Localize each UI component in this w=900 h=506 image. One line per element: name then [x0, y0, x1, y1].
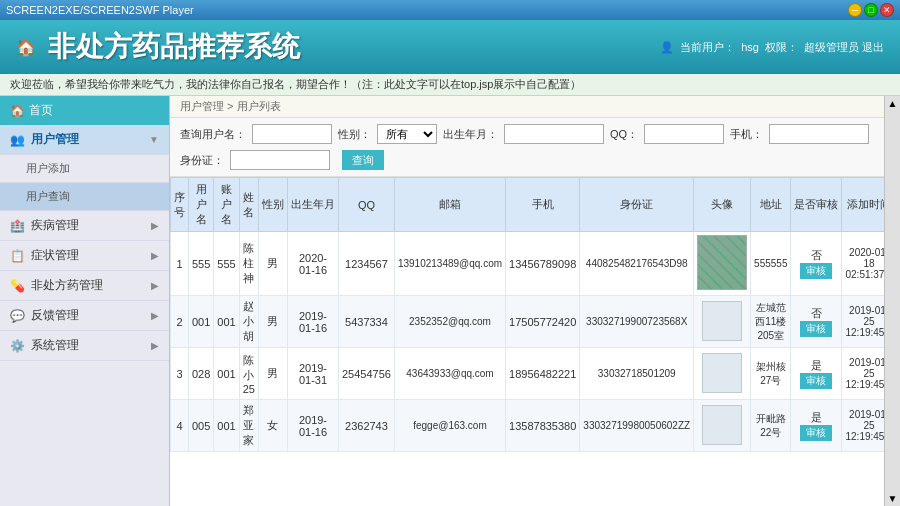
sidebar-item-symptom-mgmt[interactable]: 📋 症状管理 ▶: [0, 241, 169, 271]
header-role-value: 超级管理员 退出: [804, 40, 884, 55]
cell-birth: 2019-01-16: [287, 400, 338, 452]
table-row: 1 555 555 陈柱神 男 2020-01-16 1234567 13910…: [171, 232, 885, 296]
cell-idcard: 33032719980050602ZZ: [580, 400, 694, 452]
window-title: SCREEN2EXE/SCREEN2SWF Player: [6, 4, 194, 16]
cell-email: 13910213489@qq.com: [394, 232, 505, 296]
cell-birth: 2019-01-31: [287, 348, 338, 400]
window-controls: ─ □ ✕: [848, 3, 894, 17]
cell-address: 左城范西11楼205室: [751, 296, 791, 348]
scroll-up-icon[interactable]: ▲: [888, 98, 898, 109]
main-content: 用户管理 > 用户列表 查询用户名： 性别： 所有 男 女 出生年月： QQ： …: [170, 96, 884, 506]
window-titlebar: SCREEN2EXE/SCREEN2SWF Player ─ □ ✕: [0, 0, 900, 20]
verify-button[interactable]: 审核: [800, 263, 832, 279]
search-phone-input[interactable]: [769, 124, 869, 144]
chevron-right-icon-2: ▶: [151, 250, 159, 261]
search-id-input[interactable]: [230, 150, 330, 170]
cell-photo: [694, 400, 751, 452]
cell-verified: 否 审核: [791, 232, 842, 296]
cell-account: 555: [214, 232, 239, 296]
user-mgmt-icon: 👥: [10, 133, 25, 147]
sidebar-user-mgmt-label: 用户管理: [31, 131, 79, 148]
header-role-label: 权限：: [765, 40, 798, 55]
cell-username: 028: [189, 348, 214, 400]
cell-addtime: 2020-01-18 02:51:37.0: [842, 232, 884, 296]
header-right: 👤 当前用户： hsg 权限： 超级管理员 退出: [660, 40, 884, 55]
disease-mgmt-icon: 🏥: [10, 219, 25, 233]
header-user-label: 当前用户：: [680, 40, 735, 55]
cell-sex: 男: [258, 232, 287, 296]
cell-email: fegge@163.com: [394, 400, 505, 452]
cell-qq: 2362743: [338, 400, 394, 452]
sidebar-item-disease-mgmt[interactable]: 🏥 疾病管理 ▶: [0, 211, 169, 241]
search-username-input[interactable]: [252, 124, 332, 144]
verify-button[interactable]: 审核: [800, 425, 832, 441]
col-username: 用户名: [189, 178, 214, 232]
search-birth-input[interactable]: [504, 124, 604, 144]
minimize-button[interactable]: ─: [848, 3, 862, 17]
verify-button[interactable]: 审核: [800, 373, 832, 389]
sidebar-home-label: 首页: [29, 102, 53, 119]
cell-phone: 18956482221: [506, 348, 580, 400]
table-row: 4 005 001 郑亚家 女 2019-01-16 2362743 fegge…: [171, 400, 885, 452]
cell-name: 赵小胡: [239, 296, 258, 348]
cell-idcard: 440825482176543D98: [580, 232, 694, 296]
sidebar-user-list-label: 用户查询: [26, 189, 70, 204]
verify-button[interactable]: 审核: [800, 321, 832, 337]
cell-email: 2352352@qq.com: [394, 296, 505, 348]
sidebar-item-feedback-mgmt[interactable]: 💬 反馈管理 ▶: [0, 301, 169, 331]
sidebar: 🏠 首页 👥 用户管理 ▼ 用户添加 用户查询 🏥 疾病管理 ▶ 📋 症状管: [0, 96, 170, 506]
sidebar-system-mgmt-label: 系统管理: [31, 337, 79, 354]
cell-verified: 是 审核: [791, 400, 842, 452]
cell-address: 开毗路22号: [751, 400, 791, 452]
col-email: 邮箱: [394, 178, 505, 232]
breadcrumb-text: 用户管理 > 用户列表: [180, 100, 281, 112]
search-qq-input[interactable]: [644, 124, 724, 144]
cell-qq: 25454756: [338, 348, 394, 400]
cell-addtime: 2019-01-25 12:19:45.0: [842, 296, 884, 348]
cell-username: 555: [189, 232, 214, 296]
col-account: 账户名: [214, 178, 239, 232]
col-addtime: 添加时间: [842, 178, 884, 232]
search-birth-label: 出生年月：: [443, 127, 498, 142]
scroll-down-icon[interactable]: ▼: [888, 493, 898, 504]
header-user-icon: 👤: [660, 41, 674, 54]
search-user-label: 查询用户名：: [180, 127, 246, 142]
search-bar: 查询用户名： 性别： 所有 男 女 出生年月： QQ： 手机： 身份证： 查询: [170, 118, 884, 177]
sidebar-item-user-mgmt[interactable]: 👥 用户管理 ▼: [0, 125, 169, 155]
sidebar-item-user-list[interactable]: 用户查询: [0, 183, 169, 211]
chevron-right-icon-5: ▶: [151, 340, 159, 351]
app-title: 非处方药品推荐系统: [48, 28, 300, 66]
cell-email: 43643933@qq.com: [394, 348, 505, 400]
search-sex-select[interactable]: 所有 男 女: [377, 124, 437, 144]
cell-sex: 男: [258, 296, 287, 348]
drug-mgmt-icon: 💊: [10, 279, 25, 293]
sidebar-feedback-mgmt-label: 反馈管理: [31, 307, 79, 324]
col-verified: 是否审核: [791, 178, 842, 232]
cell-username: 001: [189, 296, 214, 348]
cell-seq: 2: [171, 296, 189, 348]
cell-account: 001: [214, 348, 239, 400]
chevron-down-icon: ▼: [149, 134, 159, 145]
table-row: 3 028 001 陈小25 男 2019-01-31 25454756 436…: [171, 348, 885, 400]
system-mgmt-icon: ⚙️: [10, 339, 25, 353]
sidebar-user-add-label: 用户添加: [26, 161, 70, 176]
search-id-label: 身份证：: [180, 153, 224, 168]
chevron-right-icon: ▶: [151, 220, 159, 231]
sidebar-item-drug-mgmt[interactable]: 💊 非处方药管理 ▶: [0, 271, 169, 301]
sidebar-item-user-add[interactable]: 用户添加: [0, 155, 169, 183]
chevron-right-icon-4: ▶: [151, 310, 159, 321]
sidebar-home[interactable]: 🏠 首页: [0, 96, 169, 125]
notification-text: 欢迎莅临，希望我给你带来吃气力，我的法律你自己报名，期望合作！（注：此处文字可以…: [10, 78, 581, 90]
close-button[interactable]: ✕: [880, 3, 894, 17]
sidebar-item-system-mgmt[interactable]: ⚙️ 系统管理 ▶: [0, 331, 169, 361]
cell-birth: 2019-01-16: [287, 296, 338, 348]
search-button[interactable]: 查询: [342, 150, 384, 170]
home-sidebar-icon: 🏠: [10, 104, 25, 118]
home-icon: 🏠: [16, 38, 36, 57]
cell-sex: 女: [258, 400, 287, 452]
col-photo: 头像: [694, 178, 751, 232]
cell-verified: 否 审核: [791, 296, 842, 348]
cell-phone: 13456789098: [506, 232, 580, 296]
maximize-button[interactable]: □: [864, 3, 878, 17]
scrollbar[interactable]: ▲ ▼: [884, 96, 900, 506]
